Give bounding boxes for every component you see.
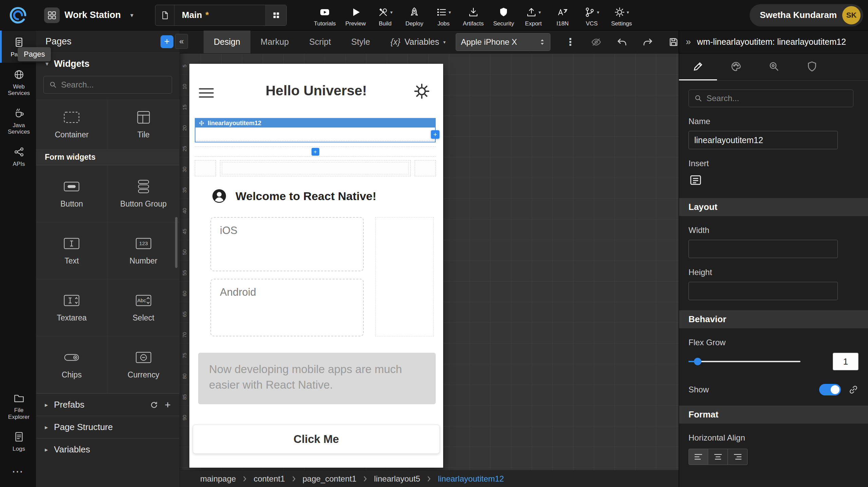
search-input[interactable] (61, 80, 166, 90)
show-toggle[interactable] (819, 384, 841, 395)
page-selector[interactable]: Main * (155, 5, 287, 26)
flex-grow-value[interactable]: 1 (833, 353, 858, 370)
tab-design[interactable]: Design (204, 31, 250, 53)
tutorials-button[interactable]: Tutorials (314, 3, 336, 27)
breadcrumb-item[interactable]: linearlayout5 (374, 474, 420, 484)
properties-header: » wm-linearlayoutitem: linearlayoutitem1… (679, 31, 868, 54)
name-field[interactable] (688, 131, 838, 149)
widget-tile-button[interactable]: Button (36, 165, 108, 222)
slider-thumb[interactable] (694, 358, 701, 365)
layout-placeholder-row[interactable] (195, 160, 436, 176)
device-canvas[interactable]: Hello Universe! linearlayoutitem12 + + (189, 64, 443, 468)
note-panel: Now developing mobile apps are much easi… (198, 353, 436, 404)
click-me-button[interactable]: Click Me (193, 425, 440, 454)
save-icon[interactable] (668, 37, 679, 47)
insert-child-button[interactable] (688, 174, 703, 187)
section-variables[interactable]: ▸ Variables (36, 438, 180, 461)
add-widget-button[interactable]: + (431, 130, 439, 139)
jobs-button[interactable]: ▾ Jobs (434, 3, 453, 27)
breadcrumb-item-active[interactable]: linearlayoutitem12 (438, 474, 504, 484)
undo-icon[interactable] (617, 37, 627, 47)
eye-slash-icon[interactable] (591, 37, 601, 47)
tab-script[interactable]: Script (299, 31, 341, 53)
redo-icon[interactable] (643, 37, 653, 47)
collapse-properties-button[interactable]: » (686, 37, 691, 47)
bind-property-icon[interactable] (848, 385, 858, 395)
selected-widget[interactable]: linearlayoutitem12 + (195, 118, 436, 142)
height-field[interactable] (688, 282, 838, 300)
sidebar-item-java-services[interactable]: Java Services (0, 101, 36, 140)
widget-tile-textarea[interactable]: Textarea (36, 279, 108, 336)
panel-scrollbar[interactable] (175, 217, 177, 268)
tab-advanced[interactable] (755, 54, 793, 80)
export-button[interactable]: ▾ Export (524, 3, 543, 27)
i18n-button[interactable]: I18N (553, 3, 572, 27)
security-button[interactable]: Security (493, 3, 514, 27)
sidebar-item-web-services[interactable]: Web Services (0, 63, 36, 101)
rail-more-button[interactable]: ⋯ (0, 457, 36, 487)
tab-properties[interactable] (679, 54, 717, 80)
chevron-down-icon: ▾ (449, 9, 451, 15)
align-left-button[interactable] (688, 449, 708, 465)
layout-cell[interactable] (195, 160, 216, 176)
deploy-button[interactable]: Deploy (404, 3, 424, 27)
breadcrumb-item[interactable]: page_content1 (303, 474, 357, 484)
sidebar-item-file-explorer[interactable]: File Explorer (0, 386, 36, 425)
list-item-android[interactable]: Android (210, 279, 364, 336)
widget-tile-button-group[interactable]: Button Group (108, 165, 180, 222)
add-prefab-button[interactable]: + (165, 399, 171, 411)
widget-tile-currency[interactable]: Currency (108, 336, 180, 393)
tab-markup[interactable]: Markup (250, 31, 299, 53)
variables-menu[interactable]: {x} Variables ▾ (391, 37, 446, 47)
build-tools-icon: ▾ (378, 6, 393, 18)
flex-grow-slider[interactable] (688, 358, 800, 365)
search-input[interactable] (706, 94, 848, 103)
collapse-panel-button[interactable]: « (175, 34, 188, 49)
section-prefabs[interactable]: ▸ Prefabs + (36, 393, 180, 416)
widgets-section-header[interactable]: ▾ Widgets (36, 53, 180, 75)
widget-tile-tile[interactable]: Tile (108, 100, 180, 150)
list-item-ios[interactable]: iOS (210, 217, 364, 271)
widget-tile-number[interactable]: 123 Number (108, 222, 180, 279)
breadcrumb-item[interactable]: mainpage (200, 474, 236, 484)
selection-body[interactable] (195, 128, 435, 141)
widget-tile-text[interactable]: Text (36, 222, 108, 279)
tab-security[interactable] (793, 54, 831, 80)
widget-search[interactable] (43, 76, 172, 94)
empty-layout-column[interactable] (375, 217, 434, 336)
drop-hint-strip[interactable]: + (195, 147, 436, 157)
vcs-button[interactable]: ▾ VCS (582, 3, 602, 27)
add-widget-inline-button[interactable]: + (312, 148, 319, 156)
artifacts-button[interactable]: Artifacts (463, 3, 484, 27)
layout-cell[interactable] (220, 160, 411, 176)
more-vertical-icon[interactable]: ⋮ (565, 36, 575, 48)
tab-styles[interactable] (717, 54, 755, 80)
refresh-icon[interactable] (150, 401, 158, 409)
device-selector[interactable]: Apple iPhone X (456, 33, 550, 51)
widget-tile-chips[interactable]: Chips (36, 336, 108, 393)
tab-style[interactable]: Style (341, 31, 380, 53)
sidebar-item-logs[interactable]: Logs (0, 425, 36, 457)
layout-cell[interactable] (415, 160, 436, 176)
add-page-button[interactable]: + (161, 35, 173, 48)
widget-tile-select[interactable]: Abc Select (108, 279, 180, 336)
sidebar-item-apis[interactable]: APIs (0, 140, 36, 172)
align-right-button[interactable] (728, 449, 748, 465)
preview-button[interactable]: Preview (345, 3, 366, 27)
user-menu[interactable]: Swetha Kundaram SK (750, 4, 863, 26)
align-center-button[interactable] (708, 449, 728, 465)
breadcrumb-item[interactable]: content1 (253, 474, 285, 484)
workspace-switcher[interactable]: Work Station ▾ (44, 7, 133, 23)
section-page-structure[interactable]: ▸ Page Structure (36, 416, 180, 438)
width-field[interactable] (688, 240, 838, 258)
widget-tile-container[interactable]: Container (36, 100, 108, 150)
app-logo-icon[interactable] (0, 5, 36, 26)
build-button[interactable]: ▾ Build (375, 3, 395, 27)
page-grid-icon[interactable] (265, 5, 286, 25)
properties-search[interactable] (688, 90, 853, 107)
selection-label-bar[interactable]: linearlayoutitem12 (195, 119, 435, 128)
settings-button[interactable]: ▾ Settings (611, 3, 632, 27)
play-icon (350, 6, 361, 18)
gear-icon[interactable] (413, 82, 431, 100)
slider-track (688, 361, 800, 362)
